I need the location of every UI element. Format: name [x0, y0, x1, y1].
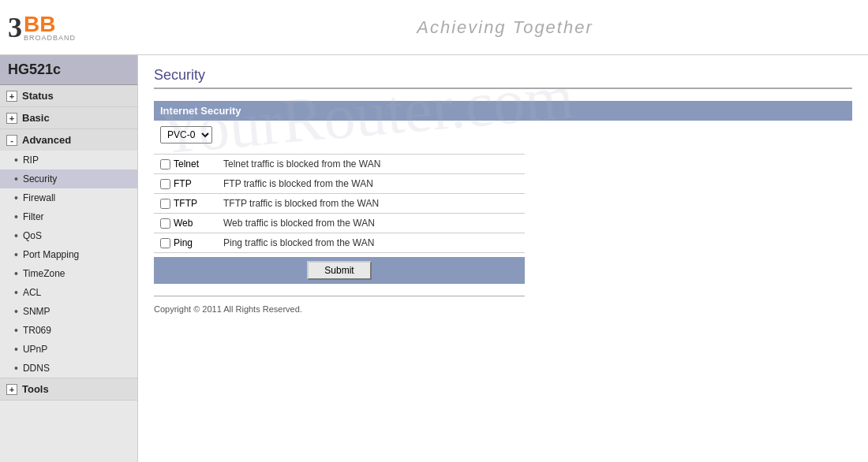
- plus-icon-status: +: [6, 91, 17, 102]
- checkbox-label-ping[interactable]: Ping: [160, 237, 211, 248]
- checkbox-ftp[interactable]: [160, 179, 170, 189]
- checkbox-tftp[interactable]: [160, 199, 170, 209]
- rip-label: RIP: [23, 155, 39, 166]
- checkbox-ping[interactable]: [160, 238, 170, 248]
- pvc-select[interactable]: PVC-0 PVC-1 PVC-2 PVC-3 PVC-4 PVC-5 PVC-…: [160, 126, 212, 143]
- check-cell-ftp: FTP: [154, 174, 217, 194]
- desc-ping: Ping traffic is blocked from the WAN: [217, 233, 525, 253]
- bullet-ddns: •: [14, 362, 18, 374]
- checkbox-label-ftp[interactable]: FTP: [160, 178, 211, 189]
- logo-number: 3: [8, 11, 22, 44]
- nav-section-status: + Status: [0, 85, 137, 107]
- tagline: Achieving Together: [417, 17, 593, 37]
- bullet-portmapping: •: [14, 248, 18, 261]
- nav-basic-label: Basic: [22, 112, 50, 124]
- bullet-timezone: •: [14, 267, 18, 280]
- table-row: PingPing traffic is blocked from the WAN: [154, 233, 525, 253]
- snmp-label: SNMP: [23, 306, 51, 317]
- sidebar-item-portmapping[interactable]: • Port Mapping: [0, 245, 137, 264]
- sidebar-item-firewall[interactable]: • Firewall: [0, 188, 137, 207]
- nav-advanced-items: • RIP • Security • Firewall • Filter •: [0, 151, 137, 378]
- logo-bb: BB BROADBAND: [24, 13, 76, 42]
- checkbox-label-tftp[interactable]: TFTP: [160, 198, 211, 209]
- logo: 3 BB BROADBAND: [8, 11, 150, 44]
- bullet-firewall: •: [14, 192, 18, 204]
- check-cell-tftp: TFTP: [154, 194, 217, 214]
- tr069-label: TR069: [23, 325, 51, 336]
- nav-tools-label: Tools: [22, 383, 49, 395]
- header-title: Achieving Together: [150, 17, 860, 38]
- sidebar-item-ddns[interactable]: • DDNS: [0, 359, 137, 378]
- sidebar-item-acl[interactable]: • ACL: [0, 283, 137, 302]
- table-row: TelnetTelnet traffic is blocked from the…: [154, 155, 525, 174]
- nav-advanced-label: Advanced: [22, 134, 71, 146]
- checkbox-text-web: Web: [174, 218, 193, 229]
- plus-icon-advanced: -: [6, 135, 17, 146]
- bullet-rip: •: [14, 154, 18, 166]
- pvc-select-row: PVC-0 PVC-1 PVC-2 PVC-3 PVC-4 PVC-5 PVC-…: [154, 122, 852, 147]
- sidebar-item-qos[interactable]: • QoS: [0, 226, 137, 245]
- check-cell-web: Web: [154, 214, 217, 233]
- nav-basic-header[interactable]: + Basic: [0, 107, 137, 129]
- main-layout: HG521c + Status + Basic - Advanced •: [0, 55, 868, 462]
- check-cell-ping: Ping: [154, 233, 217, 253]
- nav-section-advanced: - Advanced • RIP • Security • Firewall •: [0, 129, 137, 378]
- nav-section-tools: + Tools: [0, 378, 137, 401]
- sidebar-item-snmp[interactable]: • SNMP: [0, 302, 137, 321]
- timezone-label: TimeZone: [23, 268, 65, 279]
- nav-status-label: Status: [22, 90, 54, 102]
- table-row: TFTPTFTP traffic is blocked from the WAN: [154, 194, 525, 214]
- nav-advanced-header[interactable]: - Advanced: [0, 129, 137, 151]
- plus-icon-tools: +: [6, 384, 17, 395]
- nav-section-basic: + Basic: [0, 107, 137, 129]
- desc-web: Web traffic is blocked from the WAN: [217, 214, 525, 233]
- checkbox-telnet[interactable]: [160, 159, 170, 170]
- bullet-snmp: •: [14, 305, 18, 318]
- checkbox-label-telnet[interactable]: Telnet: [160, 158, 211, 170]
- nav-status-header[interactable]: + Status: [0, 85, 137, 106]
- bullet-security: •: [14, 173, 18, 185]
- bullet-tr069: •: [14, 324, 18, 337]
- logo-sub: BROADBAND: [24, 34, 76, 42]
- nav-tools-header[interactable]: + Tools: [0, 378, 137, 400]
- table-row: FTPFTP traffic is blocked from the WAN: [154, 174, 525, 194]
- security-table: TelnetTelnet traffic is blocked from the…: [154, 154, 525, 253]
- acl-label: ACL: [23, 287, 41, 298]
- section-header: Internet Security: [154, 101, 852, 121]
- checkbox-label-web[interactable]: Web: [160, 218, 211, 229]
- check-cell-telnet: Telnet: [154, 155, 217, 174]
- bullet-upnp: •: [14, 343, 18, 356]
- plus-icon-basic: +: [6, 113, 17, 124]
- bullet-acl: •: [14, 286, 18, 299]
- sidebar-item-rip[interactable]: • RIP: [0, 151, 137, 170]
- page-title: Security: [154, 67, 852, 89]
- divider: [154, 296, 525, 296]
- filter-label: Filter: [23, 211, 44, 222]
- sidebar-item-upnp[interactable]: • UPnP: [0, 340, 137, 359]
- submit-button[interactable]: Submit: [307, 261, 371, 280]
- desc-telnet: Telnet traffic is blocked from the WAN: [217, 155, 525, 174]
- checkbox-text-telnet: Telnet: [174, 158, 199, 170]
- upnp-label: UPnP: [23, 344, 47, 355]
- ddns-label: DDNS: [23, 363, 50, 374]
- sidebar-item-security[interactable]: • Security: [0, 170, 137, 188]
- copyright: Copyright © 2011 All Rights Reserved.: [154, 304, 852, 314]
- desc-tftp: TFTP traffic is blocked from the WAN: [217, 194, 525, 214]
- checkbox-text-tftp: TFTP: [174, 198, 197, 209]
- submit-row: Submit: [154, 257, 525, 284]
- sidebar-item-tr069[interactable]: • TR069: [0, 321, 137, 340]
- sidebar: HG521c + Status + Basic - Advanced •: [0, 55, 138, 462]
- content-area: YourRouter.com Security Internet Securit…: [138, 55, 868, 462]
- checkbox-text-ping: Ping: [174, 237, 193, 248]
- bullet-filter: •: [14, 211, 18, 223]
- checkbox-text-ftp: FTP: [174, 178, 192, 189]
- firewall-label: Firewall: [23, 192, 55, 203]
- sidebar-item-timezone[interactable]: • TimeZone: [0, 264, 137, 283]
- checkbox-web[interactable]: [160, 218, 170, 229]
- sidebar-item-filter[interactable]: • Filter: [0, 207, 137, 226]
- device-title: HG521c: [0, 55, 137, 85]
- bullet-qos: •: [14, 229, 18, 242]
- table-row: WebWeb traffic is blocked from the WAN: [154, 214, 525, 233]
- security-label: Security: [23, 173, 57, 184]
- header: 3 BB BROADBAND Achieving Together: [0, 0, 868, 55]
